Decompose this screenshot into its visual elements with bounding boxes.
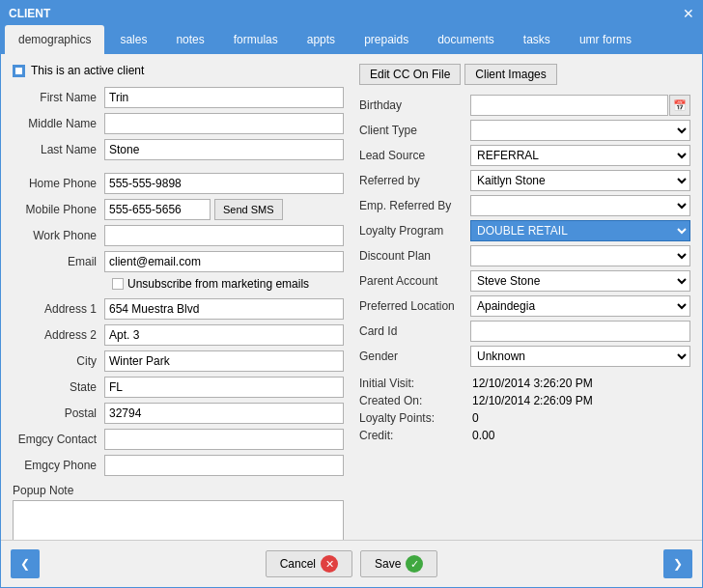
- created-on-label: Created On:: [359, 394, 470, 407]
- first-name-row: First Name: [13, 87, 344, 108]
- home-phone-label: Home Phone: [13, 177, 104, 190]
- cancel-button[interactable]: Cancel ✕: [266, 550, 352, 577]
- middle-name-label: Middle Name: [13, 117, 104, 130]
- city-row: City: [13, 350, 344, 372]
- preferred-location-select[interactable]: Apaindegia: [470, 295, 690, 317]
- active-client-row: This is an active client: [13, 64, 344, 77]
- tab-umr-forms[interactable]: umr forms: [566, 25, 645, 54]
- tab-bar: demographics sales notes formulas appts …: [1, 25, 702, 54]
- last-name-input[interactable]: [104, 139, 344, 160]
- loyalty-points-row: Loyalty Points: 0: [359, 411, 690, 425]
- tab-documents[interactable]: documents: [424, 25, 508, 54]
- card-id-label: Card Id: [359, 324, 470, 338]
- emp-referred-select[interactable]: [470, 195, 690, 216]
- unsubscribe-row: Unsubscribe from marketing emails: [112, 277, 344, 291]
- birthday-label: Birthday: [359, 98, 470, 112]
- parent-account-select[interactable]: Steve Stone: [470, 270, 690, 292]
- postal-input[interactable]: [104, 403, 344, 424]
- initial-visit-label: Initial Visit:: [359, 377, 470, 390]
- loyalty-program-row: Loyalty Program DOUBLE RETAIL: [359, 220, 690, 241]
- bottom-bar: ❮ Cancel ✕ Save ✓ ❯: [1, 540, 702, 587]
- tab-formulas[interactable]: formulas: [220, 25, 292, 54]
- gender-select[interactable]: Unknown: [470, 346, 690, 367]
- birthday-input[interactable]: [470, 95, 668, 116]
- tab-sales[interactable]: sales: [106, 25, 160, 54]
- discount-plan-select[interactable]: [470, 245, 690, 266]
- emgcy-contact-input[interactable]: [104, 429, 344, 450]
- birthday-input-group: 📅: [470, 95, 690, 116]
- city-input[interactable]: [104, 350, 344, 372]
- lead-source-row: Lead Source REFERRAL: [359, 145, 690, 166]
- first-name-input[interactable]: [104, 87, 344, 108]
- active-client-label: This is an active client: [31, 64, 144, 77]
- close-button[interactable]: ✕: [683, 7, 694, 20]
- edit-cc-button[interactable]: Edit CC On File: [359, 64, 461, 85]
- tab-demographics[interactable]: demographics: [5, 25, 104, 54]
- client-type-row: Client Type: [359, 120, 690, 141]
- client-type-select[interactable]: [470, 120, 690, 141]
- tab-appts[interactable]: appts: [294, 25, 349, 54]
- mobile-phone-input[interactable]: [104, 199, 211, 220]
- emgcy-contact-label: Emgcy Contact: [13, 433, 104, 446]
- emp-referred-label: Emp. Referred By: [359, 199, 470, 212]
- work-phone-label: Work Phone: [13, 229, 104, 242]
- loyalty-program-select[interactable]: DOUBLE RETAIL: [470, 220, 690, 241]
- lead-source-select[interactable]: REFERRAL: [470, 145, 690, 166]
- home-phone-row: Home Phone: [13, 173, 344, 194]
- next-icon: ❯: [673, 557, 683, 571]
- prev-button[interactable]: ❮: [11, 549, 40, 578]
- first-name-label: First Name: [13, 91, 104, 104]
- tab-notes[interactable]: notes: [162, 25, 217, 54]
- main-content: This is an active client First Name Midd…: [1, 54, 702, 540]
- parent-account-label: Parent Account: [359, 274, 470, 288]
- email-input[interactable]: [104, 251, 344, 272]
- state-label: State: [13, 380, 104, 394]
- birthday-row: Birthday 📅: [359, 95, 690, 116]
- created-on-value: 12/10/2014 2:26:09 PM: [470, 394, 690, 407]
- state-row: State: [13, 377, 344, 398]
- cc-buttons-row: Edit CC On File Client Images: [359, 64, 690, 85]
- unsubscribe-label: Unsubscribe from marketing emails: [127, 277, 309, 291]
- parent-account-row: Parent Account Steve Stone: [359, 270, 690, 292]
- cancel-icon: ✕: [321, 555, 338, 573]
- created-on-row: Created On: 12/10/2014 2:26:09 PM: [359, 394, 690, 407]
- city-label: City: [13, 354, 104, 368]
- prev-icon: ❮: [20, 557, 30, 571]
- client-window: CLIENT ✕ demographics sales notes formul…: [0, 0, 703, 588]
- card-id-row: Card Id: [359, 321, 690, 342]
- work-phone-input[interactable]: [104, 225, 344, 246]
- home-phone-input[interactable]: [104, 173, 344, 194]
- referred-by-select[interactable]: Kaitlyn Stone: [470, 170, 690, 191]
- address2-input[interactable]: [104, 324, 344, 346]
- loyalty-points-label: Loyalty Points:: [359, 411, 470, 425]
- next-button[interactable]: ❯: [663, 549, 692, 578]
- address1-input[interactable]: [104, 298, 344, 320]
- address2-label: Address 2: [13, 328, 104, 342]
- cancel-label: Cancel: [280, 557, 316, 571]
- emgcy-phone-input[interactable]: [104, 455, 344, 476]
- gender-row: Gender Unknown: [359, 346, 690, 367]
- address1-label: Address 1: [13, 302, 104, 316]
- state-input[interactable]: [104, 377, 344, 398]
- save-button[interactable]: Save ✓: [360, 550, 437, 577]
- client-images-button[interactable]: Client Images: [464, 64, 556, 85]
- active-client-checkbox[interactable]: [13, 65, 25, 77]
- top-section: This is an active client First Name Midd…: [13, 64, 690, 540]
- send-sms-button[interactable]: Send SMS: [214, 199, 283, 220]
- credit-label: Credit:: [359, 429, 470, 442]
- postal-label: Postal: [13, 406, 104, 420]
- middle-name-input[interactable]: [104, 113, 344, 134]
- tab-prepaids[interactable]: prepaids: [351, 25, 422, 54]
- calendar-icon[interactable]: 📅: [669, 95, 690, 116]
- loyalty-points-value: 0: [470, 411, 690, 425]
- card-id-input[interactable]: [470, 321, 690, 342]
- loyalty-program-label: Loyalty Program: [359, 224, 470, 238]
- preferred-location-row: Preferred Location Apaindegia: [359, 295, 690, 317]
- address2-row: Address 2: [13, 324, 344, 346]
- unsubscribe-checkbox[interactable]: [112, 278, 124, 290]
- tab-tasks[interactable]: tasks: [510, 25, 564, 54]
- popup-note-textarea[interactable]: [13, 500, 344, 540]
- save-label: Save: [375, 557, 401, 571]
- save-icon: ✓: [406, 555, 423, 573]
- preferred-location-label: Preferred Location: [359, 299, 470, 313]
